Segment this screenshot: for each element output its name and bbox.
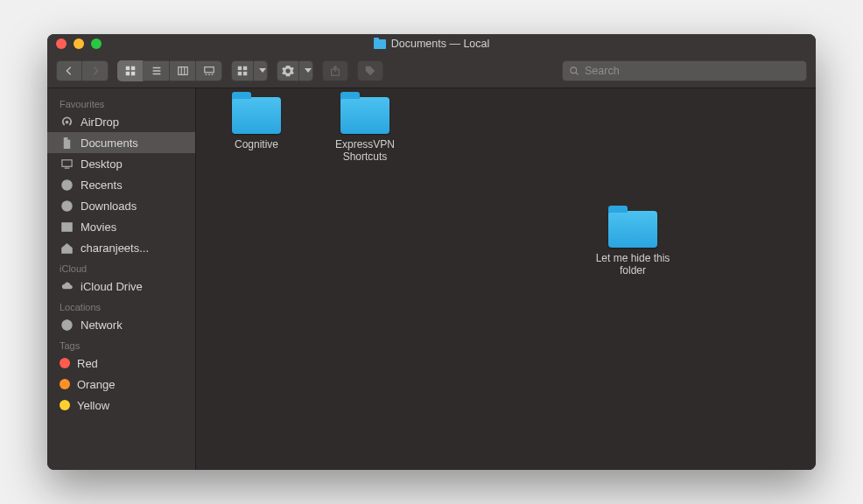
window-title: Documents — Local [374,38,490,50]
view-buttons [117,60,222,81]
finder-window: Documents — Local [47,34,816,470]
sidebar-item-downloads[interactable]: Downloads [47,195,195,216]
title-text: Documents — Local [391,38,490,50]
folder-cognitive[interactable]: Cognitive [208,97,305,150]
icon-view-button[interactable] [117,60,144,81]
svg-rect-12 [208,74,210,74]
sidebar-item-label: Recents [81,178,123,192]
svg-rect-16 [237,71,241,74]
toolbar: Search [47,53,816,88]
svg-point-19 [571,66,577,73]
group-by-button[interactable] [231,60,268,81]
tag-icon [357,60,383,81]
nav-buttons [56,60,109,81]
gear-icon [277,60,299,81]
section-icloud: iCloud [47,258,195,276]
svg-rect-21 [61,159,71,166]
close-button[interactable] [56,38,67,49]
sidebar-item-airdrop[interactable]: AirDrop [47,111,195,132]
folder-icon [608,211,657,248]
home-icon [60,241,74,255]
svg-rect-10 [205,66,214,72]
section-tags: Tags [47,335,195,353]
content-area[interactable]: Cognitive ExpressVPN Shortcuts Let me hi… [196,88,816,470]
svg-line-20 [576,72,579,74]
tag-dot-yellow [60,400,70,410]
svg-rect-14 [237,66,241,69]
network-icon [60,318,74,332]
sidebar-item-home[interactable]: charanjeets... [47,237,195,258]
column-view-button[interactable] [170,60,196,81]
sidebar-item-label: Movies [81,220,116,234]
share-icon [322,60,348,81]
sidebar-item-label: Yellow [77,399,109,412]
movies-icon [60,220,74,234]
document-icon [60,136,74,150]
chevron-down-icon [299,60,313,81]
recents-icon [60,178,74,192]
sidebar-item-network[interactable]: Network [47,314,195,335]
desktop-icon [60,157,74,171]
zoom-button[interactable] [91,38,102,49]
traffic-lights [56,38,102,49]
sidebar-tag-yellow[interactable]: Yellow [47,395,195,416]
list-view-button[interactable] [144,60,170,81]
gallery-view-button[interactable] [196,60,222,81]
sidebar-item-label: charanjeets... [81,242,149,255]
sidebar-tag-red[interactable]: Red [47,353,195,374]
search-input[interactable]: Search [562,60,807,81]
svg-rect-13 [212,74,214,74]
sidebar-item-icloud-drive[interactable]: iCloud Drive [47,276,195,297]
folder-icon [232,97,281,134]
sidebar-item-desktop[interactable]: Desktop [47,153,195,174]
title-folder-icon [374,39,386,49]
window-body: Favourites AirDrop Documents Desktop Rec… [47,88,816,470]
search-placeholder: Search [585,65,620,77]
sidebar-item-label: Orange [77,378,115,391]
sidebar-item-documents[interactable]: Documents [47,132,195,153]
sidebar-item-label: Red [77,357,98,370]
section-favourites: Favourites [47,94,195,111]
folder-label: ExpressVPN Shortcuts [317,138,413,164]
cloud-icon [60,279,74,293]
forward-button[interactable] [82,60,109,81]
folder-icon [340,97,389,134]
sidebar-item-movies[interactable]: Movies [47,216,195,237]
group-icon [231,60,254,81]
sidebar-tag-orange[interactable]: Orange [47,374,195,395]
sidebar-item-label: AirDrop [81,116,119,129]
back-button[interactable] [56,60,82,81]
downloads-icon [60,199,74,213]
svg-rect-17 [242,71,246,74]
sidebar-item-label: Downloads [81,200,137,213]
folder-label: Cognitive [235,138,278,150]
share-button[interactable] [322,60,348,81]
svg-rect-15 [242,66,246,69]
sidebar-item-label: iCloud Drive [81,280,143,293]
folder-expressvpn[interactable]: ExpressVPN Shortcuts [317,97,413,164]
svg-rect-1 [130,66,134,69]
sidebar-item-recents[interactable]: Recents [47,174,195,195]
chevron-down-icon [254,60,268,81]
tag-dot-orange [60,379,70,389]
folder-label: Let me hide this folder [585,252,681,277]
action-button[interactable] [277,60,313,81]
sidebar-item-label: Network [81,318,123,332]
section-locations: Locations [47,297,195,314]
svg-rect-0 [125,66,129,69]
svg-rect-2 [125,71,129,74]
sidebar-item-label: Desktop [81,158,123,171]
svg-rect-3 [130,71,134,74]
sidebar: Favourites AirDrop Documents Desktop Rec… [47,88,196,470]
svg-rect-11 [206,74,207,74]
search-icon [569,66,579,76]
svg-rect-7 [178,66,187,74]
airdrop-icon [60,115,74,129]
minimize-button[interactable] [74,38,84,49]
tag-dot-red [60,358,70,368]
tags-button[interactable] [357,60,383,81]
sidebar-item-label: Documents [81,136,138,150]
folder-hidden[interactable]: Let me hide this folder [585,211,681,277]
titlebar: Documents — Local [47,34,816,53]
